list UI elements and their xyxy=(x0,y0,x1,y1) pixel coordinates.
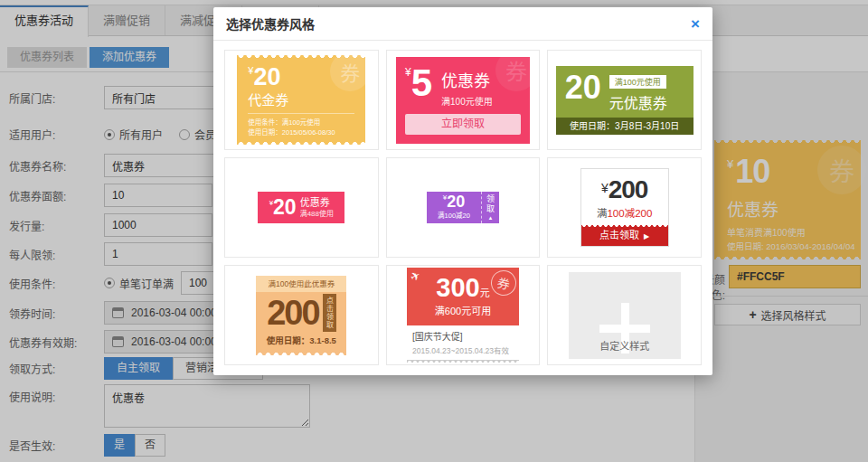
coupon-condition: 满600元可用 xyxy=(407,303,519,317)
coupon-amount: 20 xyxy=(447,193,465,211)
coupon-white-red: ¥200 满100减200 点击领取▶ xyxy=(580,168,669,247)
coupon-style-tile-green[interactable]: 20 满100元使用 元优惠券 使用日期：3月8日-3月10日 xyxy=(547,50,702,150)
coupon-title: 元优惠券 xyxy=(609,91,667,113)
coupon-style-tile-yellow[interactable]: ¥20 代金券 使用条件：满100元使用 使用日期：2015/05/06-08/… xyxy=(224,50,379,150)
scallop-edge xyxy=(237,140,365,145)
coupon-watermark-icon: 券 xyxy=(330,55,365,91)
coupon-admin-page: 优惠券活动 满赠促销 满减促销 限时折扣 优惠券列表 添加优惠券 所属门店: 适… xyxy=(0,0,868,462)
currency-symbol: ¥ xyxy=(601,181,609,195)
coupon-style-modal: 选择优惠券风格 × ¥20 代金券 使用条件：满100元使用 使用日期：2015… xyxy=(213,7,712,375)
coupon-ribbon-purple: ¥20 满100减20 领取 ▲ xyxy=(427,192,499,223)
valid-dates: 2015.04.23~2015.04.23有效 xyxy=(412,344,514,355)
modal-header: 选择优惠券风格 × xyxy=(213,7,712,41)
coupon-style-tile-red-300[interactable]: ✈ 300元 满600元可用 券 [国庆节大促] 2015.04.23~2015… xyxy=(386,265,541,365)
click-claim-label: 点击领取 xyxy=(599,230,639,240)
coupon-peach: 满100使用此优惠券 200 点击领取 使用日期：3.1-8.5 xyxy=(256,276,346,355)
arrow-right-icon: ▶ xyxy=(644,232,649,240)
coupon-condition-red: 100减200 xyxy=(607,208,652,219)
coupon-red-300: ✈ 300元 满600元可用 券 [国庆节大促] 2015.04.23~2015… xyxy=(407,268,519,363)
coupon-style-grid: ¥20 代金券 使用条件：满100元使用 使用日期：2015/05/06-08/… xyxy=(213,41,712,374)
coupon-amount: 300 xyxy=(436,273,479,302)
coupon-condition: 满100元使用 xyxy=(441,94,493,108)
coupon-pink: ¥5 优惠券 满100元使用 立即领取 券 xyxy=(396,57,530,144)
coupon-style-tile-white-red[interactable]: ¥200 满100减200 点击领取▶ xyxy=(547,157,702,258)
claim-now-button: 立即领取 xyxy=(405,114,521,135)
click-claim-button: 点击领取▶ xyxy=(581,225,668,246)
custom-style-card: 自定义样式 xyxy=(569,272,681,359)
coupon-style-tile-custom[interactable]: 自定义样式 xyxy=(547,265,702,365)
coupon-style-tile-peach[interactable]: 满100使用此优惠券 200 点击领取 使用日期：3.1-8.5 xyxy=(224,265,379,365)
close-icon[interactable]: × xyxy=(691,16,700,32)
coupon-style-tile-pink-claim[interactable]: ¥5 优惠券 满100元使用 立即领取 券 xyxy=(386,50,541,150)
coupon-style-tile-pink-ribbon[interactable]: ¥20 优惠券 满488使用 xyxy=(224,157,379,258)
coupon-condition-badge: 满100元使用 xyxy=(609,75,666,89)
coupon-condition: 使用条件：满100元使用 xyxy=(248,118,365,127)
coupon-green: 20 满100元使用 元优惠券 使用日期：3月8日-3月10日 xyxy=(556,66,693,135)
coupon-amount: 20 xyxy=(565,72,601,113)
click-claim-tag: 点击领取 xyxy=(323,294,336,332)
coupon-ribbon-pink: ¥20 优惠券 满488使用 xyxy=(258,192,344,223)
coupon-amount: 200 xyxy=(267,296,318,330)
coupon-yellow: ¥20 代金券 使用条件：满100元使用 使用日期：2015/05/06-08/… xyxy=(237,55,365,145)
coupon-name: 代金券 xyxy=(248,90,365,108)
modal-title: 选择优惠券风格 xyxy=(226,14,691,33)
coupon-condition: 满100使用此优惠券 xyxy=(256,276,346,292)
coupon-date: 使用日期：3.1-8.5 xyxy=(261,334,341,346)
arrow-up-icon: ▲ xyxy=(488,215,494,221)
promo-name: [国庆节大促] xyxy=(412,329,514,343)
coupon-condition: 满100减20 xyxy=(427,210,481,220)
coupon-unit: 元 xyxy=(480,288,490,298)
currency-symbol: ¥ xyxy=(405,66,411,79)
divider xyxy=(248,113,354,114)
coupon-amount: 20 xyxy=(273,195,297,219)
coupon-title: 优惠券 xyxy=(300,197,334,208)
coupon-style-tile-purple[interactable]: ¥20 满100减20 领取 ▲ xyxy=(386,157,541,258)
coupon-date: 使用日期：2015/05/06-08/30 xyxy=(248,127,365,137)
coupon-amount: 5 xyxy=(411,61,432,104)
coupon-title: 优惠券 xyxy=(441,68,493,91)
claim-label: 领取 xyxy=(485,194,496,214)
custom-style-label: 自定义样式 xyxy=(569,338,681,353)
coupon-amount: 20 xyxy=(253,63,280,90)
wavy-edge xyxy=(407,360,519,363)
coupon-condition-prefix: 满 xyxy=(597,208,608,219)
coupon-amount: 200 xyxy=(609,175,648,203)
coupon-condition: 满488使用 xyxy=(300,208,334,218)
scallop-edge xyxy=(256,351,346,355)
coupon-date: 使用日期：3月8日-3月10日 xyxy=(556,118,693,135)
